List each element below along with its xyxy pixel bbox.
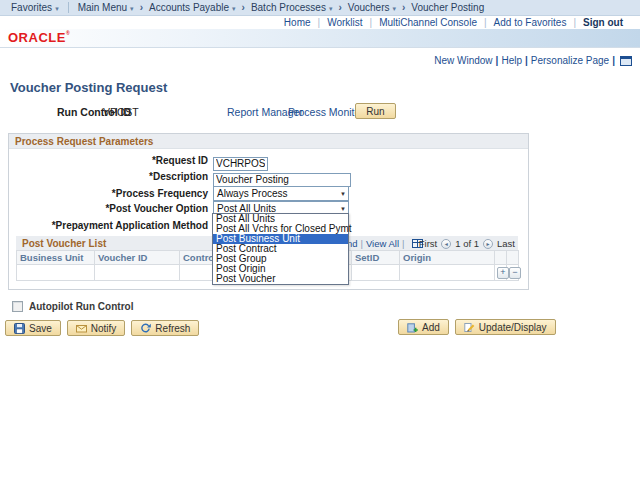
oracle-logo: ORACLE — [8, 30, 70, 45]
notify-button[interactable]: Notify — [67, 320, 126, 336]
chevron-down-icon — [232, 2, 236, 13]
post-voucher-option-label: *Post Voucher Option — [9, 203, 208, 214]
description-row: *Description — [9, 169, 528, 185]
autopilot-label: Autopilot Run Control — [29, 301, 133, 312]
autopilot-checkbox[interactable] — [12, 301, 23, 312]
breadcrumb-accounts-payable[interactable]: Accounts Payable — [146, 2, 239, 13]
favorites-menu[interactable]: Favorites — [8, 2, 62, 13]
multichannel-console-link[interactable]: MultiChannel Console — [372, 17, 484, 28]
main-menu-label: Main Menu — [78, 2, 127, 13]
cell-voucher-id — [95, 265, 180, 281]
worklist-link[interactable]: Worklist — [320, 17, 369, 28]
help-link[interactable]: Help — [498, 55, 525, 66]
home-link[interactable]: Home — [277, 17, 318, 28]
chevron-down-icon — [393, 2, 397, 13]
sign-out-link[interactable]: Sign out — [576, 17, 630, 28]
process-frequency-label: *Process Frequency — [9, 188, 208, 199]
toolbar-right: Add Update/Display — [398, 319, 556, 335]
favorites-label: Favorites — [11, 2, 52, 13]
process-frequency-row: *Process Frequency Always Process — [9, 186, 528, 202]
cell-business-unit — [17, 265, 95, 281]
page-title: Voucher Posting Request — [10, 80, 167, 95]
breadcrumb-separator — [140, 2, 143, 13]
toolbar-left: Save Notify Refresh — [5, 320, 199, 336]
divider — [402, 238, 404, 249]
refresh-icon — [140, 323, 151, 334]
column-voucher-id[interactable]: Voucher ID — [95, 251, 180, 265]
pager-last-label[interactable]: Last — [497, 238, 515, 249]
column-origin[interactable]: Origin — [400, 251, 495, 265]
breadcrumb-batch-processes[interactable]: Batch Processes — [248, 2, 336, 13]
brand-band: ORACLE — [0, 29, 640, 48]
request-id-row: *Request ID — [9, 153, 528, 169]
grid-title: Post Voucher List — [16, 238, 106, 249]
column-actions — [507, 251, 519, 265]
divider — [612, 55, 615, 66]
main-menu[interactable]: Main Menu — [75, 2, 137, 13]
refresh-button[interactable]: Refresh — [131, 320, 199, 336]
add-to-favorites-link[interactable]: Add to Favorites — [487, 17, 574, 28]
previous-page-icon[interactable] — [441, 239, 451, 249]
add-row-button[interactable] — [497, 267, 509, 279]
grid-links: Find View All — [339, 238, 423, 249]
column-setid[interactable]: SetID — [352, 251, 400, 265]
description-label: *Description — [9, 171, 208, 182]
page-links: New Window Help Personalize Page — [431, 55, 632, 66]
run-control-id-value: VPOST — [103, 106, 139, 118]
breadcrumb-separator — [402, 2, 405, 13]
breadcrumb-separator — [338, 2, 341, 13]
next-page-icon[interactable] — [483, 239, 493, 249]
run-button[interactable]: Run — [355, 103, 396, 119]
update-display-button[interactable]: Update/Display — [455, 319, 556, 335]
column-actions — [495, 251, 507, 265]
post-voucher-option-dropdown: Post All Units Post All Vchrs for Closed… — [212, 213, 349, 285]
chevron-down-icon — [55, 2, 59, 13]
breadcrumb-voucher-posting: Voucher Posting — [408, 2, 487, 13]
process-monitor-link[interactable]: Process Monitor — [288, 106, 364, 118]
description-input[interactable] — [213, 173, 351, 187]
update-display-pencil-icon — [464, 322, 475, 333]
chevron-down-icon — [329, 2, 333, 13]
save-disk-icon — [14, 323, 25, 334]
breadcrumb-vouchers[interactable]: Vouchers — [345, 2, 399, 13]
section-title: Process Request Parameters — [9, 134, 528, 149]
process-frequency-select[interactable]: Always Process — [213, 186, 349, 201]
voucher-posting-page: Favorites Main Menu Accounts Payable Bat… — [0, 0, 640, 480]
personalize-page-link[interactable]: Personalize Page — [528, 55, 612, 66]
process-frequency-value: Always Process — [217, 188, 288, 199]
breadcrumb: Favorites Main Menu Accounts Payable Bat… — [0, 0, 640, 16]
request-id-label: *Request ID — [9, 155, 208, 166]
personalize-window-icon[interactable] — [620, 56, 632, 66]
notify-envelope-icon — [76, 323, 87, 334]
prepayment-application-method-label: *Prepayment Application Method — [9, 220, 208, 231]
pager-position: 1 of 1 — [455, 238, 479, 249]
view-all-link[interactable]: View All — [366, 238, 399, 249]
new-window-link[interactable]: New Window — [431, 55, 495, 66]
pager-first-label[interactable]: First — [419, 238, 437, 249]
column-business-unit[interactable]: Business Unit — [17, 251, 95, 265]
save-button[interactable]: Save — [5, 320, 61, 336]
add-page-icon — [407, 322, 418, 333]
delete-row-button[interactable] — [509, 267, 521, 279]
cell-origin — [400, 265, 495, 281]
chevron-down-icon — [130, 2, 134, 13]
grid-pager: First 1 of 1 Last — [419, 238, 515, 249]
divider — [360, 238, 362, 249]
add-button[interactable]: Add — [398, 319, 449, 335]
dropdown-option[interactable]: Post Voucher — [213, 274, 348, 284]
breadcrumb-separator — [242, 2, 245, 13]
cell-setid — [352, 265, 400, 281]
divider — [68, 2, 69, 13]
autopilot-run-control: Autopilot Run Control — [12, 301, 133, 312]
dropdown-arrow-icon — [340, 187, 346, 200]
utility-links: Home Worklist MultiChannel Console Add t… — [0, 16, 640, 29]
